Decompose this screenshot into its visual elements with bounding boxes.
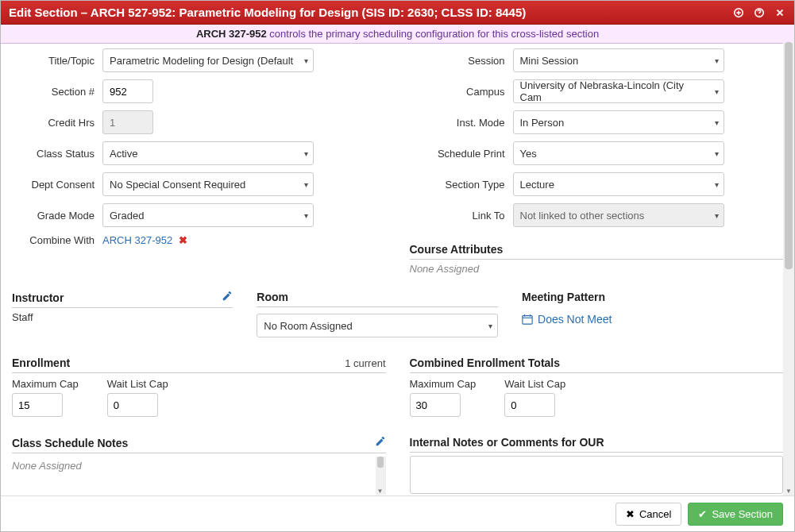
right-column: Session Mini Session Campus University o… <box>410 48 784 275</box>
section-instructor-title: Instructor <box>12 291 64 304</box>
select-section-type[interactable]: Lecture <box>513 172 724 196</box>
save-section-button[interactable]: ✔ Save Section <box>688 503 783 526</box>
label-section-type: Section Type <box>410 179 505 191</box>
select-schedule-print-value: Yes <box>520 148 537 160</box>
meeting-pattern-value: Does Not Meet <box>538 313 612 326</box>
input-combined-max-cap[interactable] <box>410 393 461 417</box>
class-notes-scrollbar[interactable]: ▲ ▼ <box>376 457 385 495</box>
select-link-to-value: Not linked to other sections <box>520 210 645 222</box>
section-meeting-pattern-title: Meeting Pattern <box>522 291 605 303</box>
select-inst-mode-value: In Person <box>520 117 565 129</box>
label-grade-mode: Grade Mode <box>12 210 95 222</box>
section-instructor: Instructor <box>12 291 233 308</box>
label-title-topic: Title/Topic <box>12 55 95 67</box>
internal-notes-textarea[interactable] <box>410 456 784 494</box>
select-link-to: Not linked to other sections <box>513 203 724 227</box>
scroll-down-icon[interactable]: ▼ <box>783 486 794 495</box>
instructor-value: Staff <box>12 311 233 323</box>
svg-rect-3 <box>523 316 532 325</box>
save-section-button-label: Save Section <box>712 508 773 520</box>
label-session: Session <box>410 55 505 67</box>
select-grade-mode-value: Graded <box>110 210 144 222</box>
select-class-status[interactable]: Active <box>102 141 314 165</box>
edit-section-dialog: Edit Section – ARCH 527-952: Parametric … <box>0 0 795 532</box>
select-class-status-value: Active <box>110 148 137 160</box>
section-internal-notes-block: Internal Notes or Comments for OUR <box>410 436 784 495</box>
section-class-notes: Class Schedule Notes <box>12 436 386 453</box>
select-room[interactable]: No Room Assigned <box>257 314 498 337</box>
select-title-topic-value: Parametric Modeling for Design (Default <box>110 55 293 67</box>
close-icon[interactable] <box>774 6 786 19</box>
label-combined-wait-cap: Wait List Cap <box>504 378 565 390</box>
crosslist-notice: ARCH 327-952 controls the primary schedu… <box>1 25 794 44</box>
select-title-topic[interactable]: Parametric Modeling for Design (Default <box>102 48 314 72</box>
svg-point-2 <box>758 14 759 15</box>
remove-combine-icon[interactable]: ✖ <box>179 234 187 246</box>
check-icon: ✔ <box>698 508 707 520</box>
label-combine-with: Combine With <box>12 234 95 246</box>
section-room-block: Room No Room Assigned <box>257 291 498 337</box>
add-icon[interactable] <box>732 6 745 19</box>
dialog-title: Edit Section – ARCH 527-952: Parametric … <box>9 6 724 19</box>
select-schedule-print[interactable]: Yes <box>513 141 724 165</box>
select-grade-mode[interactable]: Graded <box>102 203 314 227</box>
combine-with-link[interactable]: ARCH 327-952 <box>102 234 172 246</box>
section-room: Room <box>257 291 498 307</box>
section-internal-notes-title: Internal Notes or Comments for OUR <box>410 436 604 449</box>
section-enrollment-block: Enrollment 1 current Maximum Cap Wait Li… <box>12 357 386 417</box>
section-course-attributes-title: Course Attributes <box>410 243 504 256</box>
label-link-to: Link To <box>410 210 505 222</box>
label-class-status: Class Status <box>12 148 95 160</box>
select-room-value: No Room Assigned <box>264 320 352 332</box>
section-class-notes-block: Class Schedule Notes None Assigned ▲ ▼ <box>12 436 386 495</box>
label-wait-cap: Wait List Cap <box>107 378 168 390</box>
input-wait-cap[interactable] <box>107 393 158 417</box>
edit-instructor-icon[interactable] <box>222 291 233 304</box>
input-combined-wait-cap[interactable] <box>504 393 555 417</box>
meeting-pattern-link[interactable]: Does Not Meet <box>522 313 612 326</box>
cancel-button[interactable]: ✖ Cancel <box>616 503 681 526</box>
select-dept-consent-value: No Special Consent Required <box>110 179 245 191</box>
dialog-titlebar: Edit Section – ARCH 527-952: Parametric … <box>1 1 794 25</box>
select-inst-mode[interactable]: In Person <box>513 110 724 134</box>
enrollment-current: 1 current <box>345 357 385 369</box>
select-session-value: Mini Session <box>520 55 579 67</box>
label-inst-mode: Inst. Mode <box>410 117 505 129</box>
section-combined-block: Combined Enrollment Totals Maximum Cap W… <box>410 357 784 417</box>
label-dept-consent: Dept Consent <box>12 179 95 191</box>
course-attributes-value: None Assigned <box>410 263 784 275</box>
select-campus-value: University of Nebraska-Lincoln (City Cam <box>520 79 706 103</box>
section-class-notes-title: Class Schedule Notes <box>12 437 128 449</box>
edit-class-notes-icon[interactable] <box>375 436 386 449</box>
section-combined-totals: Combined Enrollment Totals <box>410 357 784 373</box>
left-column: Title/Topic Parametric Modeling for Desi… <box>12 48 386 275</box>
dialog-scrollbar[interactable]: ▼ <box>783 42 794 495</box>
close-icon: ✖ <box>626 508 635 520</box>
calendar-icon <box>522 314 533 325</box>
section-meeting-pattern: Meeting Pattern <box>522 291 783 306</box>
label-max-cap: Maximum Cap <box>12 378 79 390</box>
select-dept-consent[interactable]: No Special Consent Required <box>102 172 314 196</box>
label-section-no: Section # <box>12 86 95 98</box>
section-instructor-block: Instructor Staff <box>12 291 233 337</box>
section-room-title: Room <box>257 291 288 303</box>
section-meeting-block: Meeting Pattern Does Not Meet <box>522 291 783 337</box>
chevron-down-icon[interactable]: ▼ <box>376 488 385 495</box>
section-enrollment: Enrollment 1 current <box>12 357 386 373</box>
section-combined-totals-title: Combined Enrollment Totals <box>410 357 561 369</box>
section-internal-notes: Internal Notes or Comments for OUR <box>410 436 784 453</box>
help-icon[interactable] <box>753 6 766 19</box>
input-max-cap[interactable] <box>12 393 63 417</box>
input-credit-hrs <box>102 110 153 134</box>
class-notes-value: None Assigned <box>12 457 385 475</box>
cancel-button-label: Cancel <box>639 508 671 520</box>
crosslist-controller: ARCH 327-952 <box>196 28 267 40</box>
section-course-attributes: Course Attributes <box>410 243 784 260</box>
select-section-type-value: Lecture <box>520 179 554 191</box>
label-schedule-print: Schedule Print <box>410 148 505 160</box>
select-campus[interactable]: University of Nebraska-Lincoln (City Cam <box>513 79 724 103</box>
label-combined-max-cap: Maximum Cap <box>410 378 477 390</box>
label-campus: Campus <box>410 86 505 98</box>
select-session[interactable]: Mini Session <box>513 48 724 72</box>
input-section-no[interactable] <box>102 79 153 103</box>
